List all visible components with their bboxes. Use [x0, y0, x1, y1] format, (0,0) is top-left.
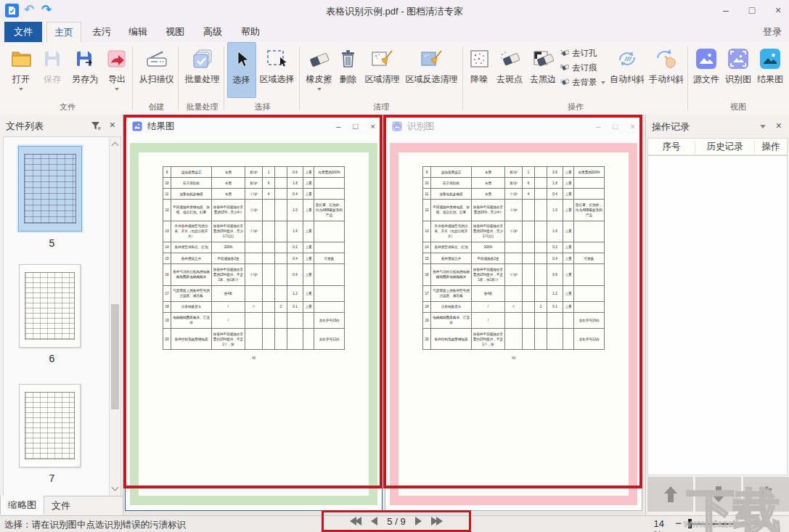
result-page[interactable]: 9 滤油器用滤芯 专用 套/炉 1 0.6 上重 在用量的200%: [130, 143, 377, 505]
remove-staple-button[interactable]: 去订痕: [560, 62, 608, 74]
doc-cell: 专用: [472, 178, 505, 189]
doc-cell: 4: [263, 189, 275, 200]
operation-history-title: 操作记录: [652, 120, 690, 134]
area-clean-button[interactable]: 区域清理: [361, 42, 404, 98]
result-view-window[interactable]: 结果图 – □ × 9: [125, 116, 383, 511]
export-button[interactable]: 导出: [103, 42, 131, 98]
panel-close-icon[interactable]: ×: [776, 120, 782, 131]
child-minimize-button[interactable]: –: [596, 122, 600, 131]
tab-thumbnails[interactable]: 缩略图: [0, 496, 44, 515]
doc-cell: [535, 200, 547, 221]
doc-cell: 气源管路上的各种型号的过滤器、减压阀: [431, 285, 472, 301]
panel-close-icon[interactable]: ×: [110, 119, 115, 131]
child-close-button[interactable]: ×: [630, 122, 635, 131]
from-scanner-button[interactable]: 从扫描仪: [136, 42, 178, 98]
doc-cell: 仪表转换接头: [431, 301, 472, 312]
deblack-edge-button[interactable]: 去黑边: [526, 42, 560, 98]
recognition-view-button[interactable]: 识别图: [722, 42, 754, 98]
minimize-button[interactable]: –: [721, 4, 731, 16]
move-up-button[interactable]: [647, 477, 693, 512]
previous-page-button[interactable]: [371, 517, 377, 525]
doc-cell: 个: [505, 301, 523, 312]
close-button[interactable]: ×: [773, 4, 783, 16]
child-maximize-button[interactable]: □: [613, 122, 618, 131]
maximize-button[interactable]: □: [747, 4, 757, 16]
tab-view[interactable]: 视图: [159, 22, 191, 42]
tab-edit[interactable]: 编辑: [122, 22, 154, 42]
remove-punch-button[interactable]: 去订孔: [560, 47, 608, 60]
recognition-page[interactable]: 9 滤油器用滤芯 专用 套/炉 1 0.6 上重 在用量的200%: [390, 143, 637, 505]
thumbnail-page-5[interactable]: [18, 146, 82, 232]
tab-advanced[interactable]: 高级: [197, 22, 229, 42]
area-select-button[interactable]: 区域选择: [256, 42, 298, 98]
thumbnail-scrollbar[interactable]: [109, 137, 120, 496]
eraser-button[interactable]: 橡皮擦: [303, 42, 335, 98]
doc-cell: 4: [523, 189, 535, 200]
last-page-button[interactable]: [431, 517, 443, 525]
zoom-in-button[interactable]: +: [762, 517, 769, 529]
denoise-icon: [470, 46, 489, 72]
tab-home[interactable]: 主页: [46, 22, 81, 42]
tab-file[interactable]: 文件: [4, 22, 42, 42]
source-view-button[interactable]: 源文件: [690, 42, 722, 98]
recognition-view-window[interactable]: 识别图 – □ × 9: [385, 116, 642, 511]
doc-cell: 各种控制系统用继电器: [171, 329, 212, 350]
manual-deskew-button[interactable]: 手动纠斜: [647, 42, 686, 98]
filter-icon[interactable]: [91, 120, 101, 134]
page-navigation: 5 / 9: [323, 511, 470, 531]
doc-cell: 所供各种规格型号的仪表、开关（包括行程开关）: [431, 221, 472, 242]
doc-cell: 1: [523, 167, 535, 178]
move-down-button[interactable]: [695, 477, 741, 512]
zoom-slider-track[interactable]: [687, 523, 760, 525]
auto-deskew-icon: [616, 46, 639, 72]
save-button[interactable]: 保存: [38, 42, 67, 98]
remove-background-button[interactable]: 去背景: [560, 76, 608, 89]
save-as-button[interactable]: 另存为: [67, 42, 103, 98]
child-close-button[interactable]: ×: [370, 122, 375, 131]
scroll-up-icon[interactable]: [112, 142, 119, 150]
doc-cell: 各种测温元件: [431, 253, 472, 264]
child-minimize-button[interactable]: –: [336, 122, 340, 131]
auto-deskew-button[interactable]: 自动纠斜: [608, 42, 647, 98]
first-page-button[interactable]: [350, 517, 361, 525]
result-window-titlebar[interactable]: 结果图 – □ ×: [126, 117, 382, 136]
doc-cell: 200%: [212, 242, 245, 253]
doc-cell: [245, 312, 263, 328]
thumbnail-page-6[interactable]: [19, 264, 81, 348]
delete-button[interactable]: 删除: [335, 42, 361, 98]
doc-cell: [505, 242, 523, 253]
scrollbar-thumb[interactable]: [111, 304, 119, 409]
zoom-slider-thumb[interactable]: [688, 519, 692, 528]
doc-cell: 各种类型保险丝、灯泡: [431, 242, 472, 253]
tab-decontaminate[interactable]: 去污: [86, 22, 118, 42]
chevron-down-icon[interactable]: [760, 125, 766, 128]
login-link[interactable]: 登录: [763, 25, 782, 38]
save-icon: [43, 46, 62, 72]
ribbon-separator: [299, 46, 300, 110]
scroll-down-icon[interactable]: [112, 484, 119, 491]
doc-cell: 16: [163, 264, 171, 285]
doc-cell: [275, 253, 287, 264]
thumbnail-page-7[interactable]: [19, 384, 81, 467]
tab-help[interactable]: 帮助: [234, 22, 266, 42]
tab-files[interactable]: 文件: [44, 496, 78, 515]
doc-cell: 滤油器用滤芯: [431, 167, 472, 178]
denoise-button[interactable]: 降噪: [465, 42, 493, 98]
doc-cell: [535, 264, 547, 285]
doc-cell: 上重: [563, 264, 574, 285]
result-view-button[interactable]: 结果图: [754, 42, 786, 98]
area-invert-clean-button[interactable]: 区域反选清理: [404, 42, 460, 98]
recognition-window-client[interactable]: 9 滤油器用滤芯 专用 套/炉 1 0.6 上重 在用量的200%: [385, 136, 642, 510]
select-tool-button[interactable]: 选择: [227, 42, 256, 98]
delete-history-button[interactable]: [743, 477, 789, 512]
batch-process-button[interactable]: 批量处理: [181, 42, 224, 98]
recognition-window-titlebar[interactable]: 识别图 – □ ×: [385, 117, 642, 136]
next-page-button[interactable]: [415, 517, 422, 525]
child-maximize-button[interactable]: □: [353, 122, 358, 131]
trash-icon: [340, 46, 356, 72]
result-window-client[interactable]: 9 滤油器用滤芯 专用 套/炉 1 0.6 上重 在用量的200%: [126, 136, 382, 510]
open-button[interactable]: 打开: [4, 42, 38, 98]
history-column-headers: 序号 历史记录 操作: [647, 138, 788, 155]
despeckle-button[interactable]: 去斑点: [493, 42, 526, 98]
zoom-out-button[interactable]: −: [675, 517, 682, 529]
